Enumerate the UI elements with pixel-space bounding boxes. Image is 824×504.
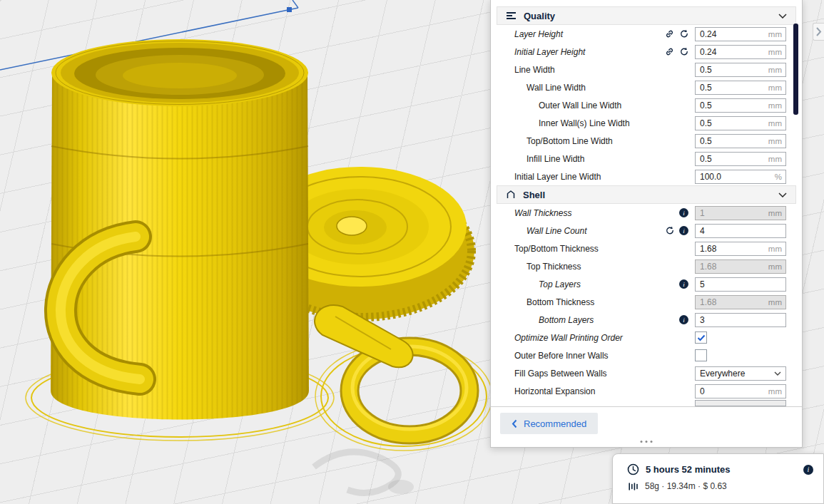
bottom-thickness-input: 1.68 mm (695, 295, 786, 309)
info-icon[interactable] (679, 226, 688, 235)
setting-label: Optimize Wall Printing Order (514, 333, 695, 343)
setting-row: Bottom Thickness 1.68 mm (491, 293, 802, 311)
setting-label: Initial Layer Line Width (514, 172, 695, 182)
section-header-shell[interactable]: Shell (497, 185, 796, 204)
revert-icon[interactable] (679, 47, 688, 56)
outer-before-inner-walls-checkbox[interactable] (695, 349, 707, 361)
setting-value: 1.68 (696, 297, 768, 307)
settings-scrollbar[interactable] (793, 24, 798, 115)
top-bottom-line-width-input[interactable]: 0.5 mm (695, 134, 786, 148)
setting-label: Wall Thickness (514, 208, 679, 218)
setting-row: Fill Gaps Between Walls Everywhere (491, 364, 802, 382)
revert-icon[interactable] (665, 226, 674, 235)
fill-gaps-between-walls-dropdown[interactable]: Everywhere (695, 366, 786, 381)
setting-row: Top/Bottom Line Width 0.5 mm (491, 132, 802, 150)
line-width-input[interactable]: 0.5 mm (695, 63, 786, 77)
setting-row: Initial Layer Line Width 100.0 % (491, 168, 802, 185)
optimize-wall-printing-order-checkbox[interactable] (695, 331, 707, 344)
setting-unit: mm (768, 101, 785, 110)
setting-unit: mm (768, 48, 785, 56)
outer-wall-line-width-input[interactable]: 0.5 mm (695, 98, 786, 113)
panel-expand-handle[interactable] (813, 23, 824, 41)
dropdown-value: Everywhere (700, 369, 745, 379)
chevron-down-icon[interactable] (778, 14, 787, 19)
setting-unit: mm (768, 155, 785, 163)
setting-label: Infill Line Width (514, 154, 695, 164)
setting-unit: mm (768, 137, 785, 145)
setting-row: Horizontal Expansion 0 mm (491, 382, 802, 400)
setting-value: 0.5 (696, 65, 768, 75)
setting-row: Line Width 0.5 mm (491, 61, 802, 78)
plate-ghost-marks (314, 452, 414, 494)
wall-line-width-input[interactable]: 0.5 mm (695, 81, 786, 95)
setting-label: Bottom Layers (514, 315, 679, 325)
setting-row: Outer Wall Line Width 0.5 mm (491, 96, 802, 114)
setting-row: Initial Layer Height 0.24 mm (491, 43, 802, 61)
setting-row: Wall Line Count 4 (491, 222, 802, 240)
setting-value: 0.5 (696, 101, 768, 110)
setting-value: 0.5 (696, 154, 768, 164)
wall-thickness-input: 1 mm (695, 206, 786, 220)
revert-icon[interactable] (679, 29, 688, 38)
top-layers-input[interactable]: 5 (695, 277, 786, 292)
panel-footer: Recommended (491, 407, 802, 447)
setting-label: Wall Line Count (514, 226, 665, 236)
clock-icon (627, 463, 639, 475)
top-thickness-input: 1.68 mm (695, 259, 786, 274)
link-icon[interactable] (665, 47, 674, 56)
setting-unit: mm (768, 30, 785, 38)
chevron-right-icon (815, 26, 822, 37)
setting-label: Top/Bottom Thickness (514, 244, 695, 254)
setting-row: Top/Bottom Thickness 1.68 mm (491, 240, 802, 257)
print-estimate-card: 5 hours 52 minutes 58g · 19.34m · $ 0.63 (612, 453, 824, 504)
setting-unit: mm (768, 119, 785, 128)
wall-line-count-input[interactable]: 4 (695, 224, 786, 238)
info-icon[interactable] (679, 315, 688, 324)
setting-value: 0.5 (696, 136, 768, 146)
setting-label: Line Width (514, 65, 695, 75)
setting-row: Layer Height 0.24 mm (491, 25, 802, 43)
setting-value: 0.5 (696, 83, 768, 93)
setting-unit: mm (768, 387, 785, 396)
setting-value: 1.68 (696, 262, 768, 272)
model-clip[interactable] (315, 305, 469, 435)
clipped-setting-row (491, 400, 802, 406)
setting-label: Layer Height (514, 29, 665, 39)
info-icon[interactable] (803, 465, 813, 475)
inner-walls-line-width-input[interactable]: 0.5 mm (695, 116, 786, 130)
setting-value: 0.24 (696, 47, 768, 57)
setting-row: Infill Line Width 0.5 mm (491, 150, 802, 168)
print-time: 5 hours 52 minutes (646, 464, 730, 475)
setting-label: Inner Wall(s) Line Width (514, 118, 695, 128)
chevron-down-icon[interactable] (778, 192, 787, 197)
setting-unit: mm (768, 66, 785, 74)
setting-row: Top Thickness 1.68 mm (491, 257, 802, 275)
recommended-button[interactable]: Recommended (500, 413, 598, 434)
top-bottom-thickness-input[interactable]: 1.68 mm (695, 242, 786, 256)
setting-label: Top Layers (514, 279, 679, 289)
initial-layer-height-input[interactable]: 0.24 mm (695, 45, 786, 59)
infill-line-width-input[interactable]: 0.5 mm (695, 152, 786, 166)
layer-height-input[interactable]: 0.24 mm (695, 27, 786, 41)
initial-layer-line-width-input[interactable]: 100.0 % (695, 170, 786, 184)
chevron-left-icon (512, 419, 517, 428)
setting-unit: mm (768, 298, 785, 307)
setting-unit: mm (768, 209, 785, 217)
setting-label: Bottom Thickness (514, 297, 695, 307)
setting-unit: mm (768, 83, 785, 92)
link-icon[interactable] (665, 29, 674, 38)
setting-value: 1.68 (696, 244, 768, 254)
material-usage: 58g · 19.34m · $ 0.63 (645, 481, 727, 491)
setting-row: Bottom Layers 3 (491, 311, 802, 329)
section-header-quality[interactable]: Quality (497, 6, 796, 25)
info-icon[interactable] (679, 208, 688, 217)
horizontal-expansion-input[interactable]: 0 mm (695, 384, 786, 398)
section-title: Quality (524, 11, 555, 21)
info-icon[interactable] (679, 279, 688, 289)
setting-label: Fill Gaps Between Walls (514, 369, 695, 379)
panel-drag-handle[interactable] (639, 438, 655, 445)
bottom-layers-input[interactable]: 3 (695, 313, 786, 327)
setting-label: Wall Line Width (514, 83, 695, 93)
setting-label: Initial Layer Height (514, 47, 665, 57)
setting-row: Wall Thickness 1 mm (491, 204, 802, 222)
